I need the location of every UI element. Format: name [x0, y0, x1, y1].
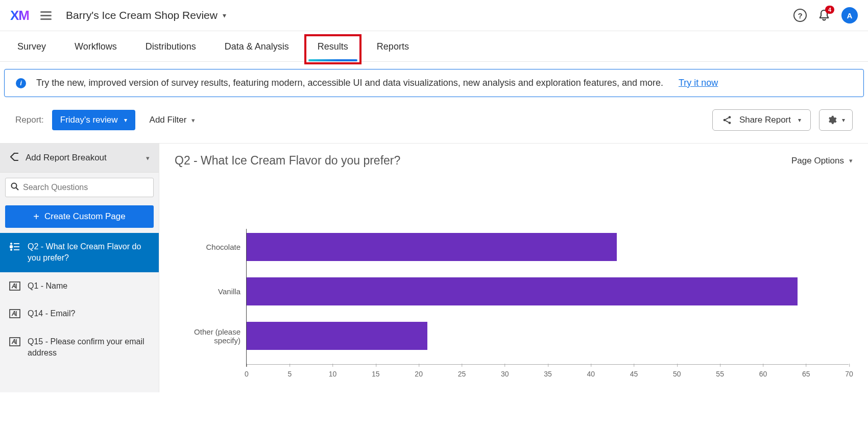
axis-tick: 70 [845, 367, 853, 378]
choice-icon [9, 242, 20, 251]
tab-reports[interactable]: Reports [375, 31, 411, 61]
bar [247, 277, 798, 305]
chevron-down-icon: ▾ [842, 116, 845, 124]
sidebar-item-q1[interactable]: A Q1 - Name [0, 272, 159, 300]
text-icon: A [9, 281, 20, 291]
sidebar: Add Report Breakout ▾ + Create Custom Pa… [0, 144, 159, 392]
toolbar: Report: Friday's review ▾ Add Filter ▾ S… [0, 97, 868, 143]
tab-results[interactable]: Results [316, 31, 350, 61]
add-filter-button[interactable]: Add Filter ▾ [150, 115, 196, 125]
svg-line-6 [16, 188, 19, 191]
create-label: Create Custom Page [44, 211, 126, 222]
chevron-down-icon: ▾ [223, 11, 226, 19]
plus-icon: + [33, 211, 39, 222]
topbar-right: ? 4 A [793, 7, 858, 23]
chevron-down-icon: ▾ [146, 154, 150, 162]
svg-point-7 [10, 243, 12, 244]
tab-results-label: Results [318, 41, 348, 52]
text-icon: A [9, 337, 20, 346]
notifications-button[interactable]: 4 [818, 9, 830, 22]
question-list: Q2 - What Ice Cream Flavor do you prefer… [0, 233, 159, 367]
report-label: Report: [15, 115, 44, 125]
axis-tick: 15 [372, 367, 380, 378]
axis-tick: 10 [329, 367, 337, 378]
chart: ChocolateVanillaOther (please specify)05… [175, 229, 853, 382]
q-label: Q1 - Name [28, 280, 67, 292]
search-icon [11, 182, 19, 193]
share-icon [722, 115, 732, 125]
axis-tick: 25 [458, 367, 466, 378]
report-selector[interactable]: Friday's review ▾ [52, 110, 135, 130]
svg-point-9 [10, 249, 12, 250]
settings-button[interactable]: ▾ [819, 109, 853, 131]
tab-survey[interactable]: Survey [15, 31, 48, 61]
axis-tick: 50 [673, 367, 681, 378]
svg-text:A: A [11, 338, 16, 345]
bar [247, 233, 617, 261]
body: Add Report Breakout ▾ + Create Custom Pa… [0, 143, 868, 392]
svg-text:A: A [11, 310, 16, 317]
svg-point-8 [10, 246, 13, 248]
logo[interactable]: XM [10, 8, 29, 23]
info-icon: i [16, 78, 26, 88]
chevron-down-icon: ▾ [849, 157, 853, 164]
sidebar-item-q14[interactable]: A Q14 - Email? [0, 300, 159, 327]
axis-tick: 65 [802, 367, 810, 378]
search-input[interactable] [23, 183, 148, 192]
axis-tick: 5 [287, 367, 292, 378]
notification-badge: 4 [825, 6, 834, 14]
axis-tick: 60 [759, 367, 767, 378]
top-bar: XM Barry's Ice Cream Shop Review ▾ ? 4 A [0, 0, 868, 31]
axis-tick: 55 [716, 367, 724, 378]
svg-point-2 [729, 122, 731, 124]
svg-line-4 [726, 121, 729, 123]
chevron-down-icon: ▾ [124, 116, 127, 124]
avatar[interactable]: A [841, 7, 858, 23]
info-banner: i Try the new, improved version of surve… [4, 69, 864, 97]
help-icon[interactable]: ? [793, 9, 807, 22]
add-filter-label: Add Filter [150, 115, 187, 125]
svg-point-1 [729, 116, 731, 119]
q-label: Q2 - What Ice Cream Flavor do you prefer… [28, 241, 150, 264]
tab-workflows[interactable]: Workflows [73, 31, 119, 61]
main-panel: Q2 - What Ice Cream Flavor do you prefer… [159, 144, 868, 392]
share-label: Share Report [739, 115, 791, 125]
search-questions[interactable] [5, 178, 154, 197]
sidebar-item-q15[interactable]: A Q15 - Please confirm your email addres… [0, 328, 159, 367]
share-report-button[interactable]: Share Report ▾ [712, 109, 811, 131]
project-title-text: Barry's Ice Cream Shop Review [66, 9, 218, 21]
main-header: Q2 - What Ice Cream Flavor do you prefer… [175, 154, 853, 168]
gear-icon [827, 115, 837, 125]
axis-tick: 45 [630, 367, 638, 378]
banner-text: Try the new, improved version of survey … [36, 78, 663, 88]
q-label: Q15 - Please confirm your email address [28, 336, 150, 359]
page-options-label: Page Options [791, 156, 844, 166]
axis-tick: 20 [415, 367, 423, 378]
svg-text:A: A [11, 282, 16, 290]
page-options-button[interactable]: Page Options ▾ [791, 156, 853, 166]
chart-plot-area: ChocolateVanillaOther (please specify)05… [246, 229, 849, 367]
bar-label: Vanilla [179, 287, 240, 296]
bar [247, 322, 427, 350]
bar-label: Chocolate [179, 243, 240, 251]
axis-tick: 40 [587, 367, 595, 378]
chevron-down-icon: ▾ [191, 116, 195, 124]
svg-line-3 [726, 118, 729, 120]
chevron-down-icon: ▾ [798, 116, 801, 124]
tab-data-analysis[interactable]: Data & Analysis [223, 31, 291, 61]
add-report-breakout[interactable]: Add Report Breakout ▾ [0, 144, 159, 173]
project-title-dropdown[interactable]: Barry's Ice Cream Shop Review ▾ [66, 9, 226, 21]
tabs-row: Survey Workflows Distributions Data & An… [0, 31, 868, 62]
menu-icon[interactable] [40, 11, 52, 20]
create-custom-page-button[interactable]: + Create Custom Page [5, 205, 154, 228]
q-label: Q14 - Email? [28, 308, 75, 319]
svg-point-5 [12, 183, 17, 188]
tab-distributions[interactable]: Distributions [143, 31, 198, 61]
text-icon: A [9, 309, 20, 318]
banner-link[interactable]: Try it now [679, 78, 718, 88]
axis-tick: 30 [501, 367, 509, 378]
sidebar-item-q2[interactable]: Q2 - What Ice Cream Flavor do you prefer… [0, 233, 159, 272]
breakout-icon [9, 152, 19, 164]
bar-label: Other (please specify) [179, 327, 240, 345]
breakout-label: Add Report Breakout [26, 153, 140, 163]
